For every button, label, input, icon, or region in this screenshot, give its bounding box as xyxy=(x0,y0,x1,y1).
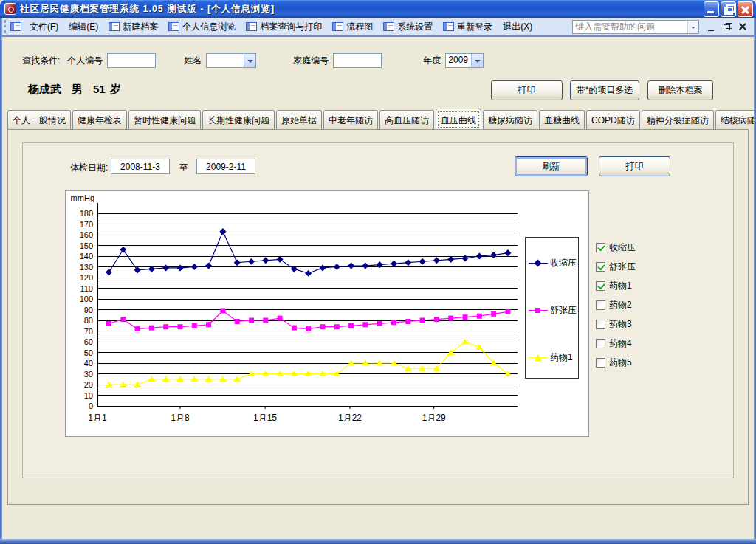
form-icon xyxy=(168,22,179,31)
checkbox-drug2-label: 药物2 xyxy=(609,299,632,311)
window-frame-left xyxy=(0,18,2,544)
restore-button[interactable] xyxy=(721,1,736,17)
svg-text:30: 30 xyxy=(84,370,93,379)
app-icon xyxy=(4,3,16,15)
mdi-minimize-button[interactable] xyxy=(707,21,718,32)
legend-label: 药物1 xyxy=(550,351,573,364)
mdi-close-button[interactable] xyxy=(738,21,749,32)
family-id-label: 家庭编号 xyxy=(293,55,329,67)
refresh-button[interactable]: 刷新 xyxy=(515,156,588,176)
patient-name: 杨成武 xyxy=(28,83,61,97)
toolbar-grip[interactable] xyxy=(4,20,7,33)
checkbox-drug1[interactable]: 药物1 xyxy=(596,276,636,295)
checkbox-systolic-box[interactable] xyxy=(596,243,605,252)
svg-text:180: 180 xyxy=(80,209,93,218)
personal-id-input[interactable] xyxy=(107,53,156,68)
svg-text:90: 90 xyxy=(84,306,93,314)
help-search-input[interactable] xyxy=(573,21,687,32)
personal-id-label: 个人编号 xyxy=(67,55,103,67)
checkbox-systolic[interactable]: 收缩压 xyxy=(596,238,636,257)
mdi-restore-button[interactable] xyxy=(722,21,733,32)
patient-gender: 男 xyxy=(72,83,83,97)
print-record-button[interactable]: 打印 xyxy=(491,80,563,100)
svg-text:160: 160 xyxy=(80,230,93,239)
tab-glucose-curve[interactable]: 血糖曲线 xyxy=(539,110,585,129)
tab-original-receipts[interactable]: 原始单据 xyxy=(276,110,322,129)
legend-entry-1: 收缩压 xyxy=(526,239,578,286)
minimize-button[interactable] xyxy=(704,1,719,17)
svg-text:100: 100 xyxy=(80,295,93,303)
checkbox-drug5-box[interactable] xyxy=(596,358,605,368)
menu-system-settings[interactable]: 系统设置 xyxy=(378,18,438,35)
checkbox-drug4[interactable]: 药物4 xyxy=(596,334,636,353)
menu-new-record-label: 新建档案 xyxy=(123,21,158,33)
year-combo-arrow-icon[interactable] xyxy=(471,54,483,67)
chart-legend: 收缩压舒张压药物1 xyxy=(525,237,579,379)
year-combobox[interactable]: 2009 xyxy=(445,53,484,68)
close-button[interactable] xyxy=(738,1,753,17)
name-combo-arrow-icon[interactable] xyxy=(244,54,255,67)
tab-copd-followup[interactable]: COPD随访 xyxy=(586,110,640,129)
app-window: 社区居民健康档案管理系统 1.05 测试版 - [个人信息浏览] 文件(F)编辑… xyxy=(0,0,756,544)
checkbox-drug3-box[interactable] xyxy=(596,320,605,329)
tab-annual-checkup[interactable]: 健康年检表 xyxy=(72,110,127,129)
checkbox-diastolic[interactable]: 舒张压 xyxy=(596,257,636,276)
menu-system-settings-label: 系统设置 xyxy=(397,21,433,33)
menu-relogin-label: 重新登录 xyxy=(457,21,492,33)
svg-text:70: 70 xyxy=(84,327,93,336)
form-icon xyxy=(332,22,343,31)
menu-file-label: 文件(F) xyxy=(30,21,58,33)
tab-bp-curve[interactable]: 血压曲线 xyxy=(436,109,481,129)
menu-exit[interactable]: 退出(X) xyxy=(498,18,537,35)
svg-text:60: 60 xyxy=(84,337,93,346)
delete-record-button[interactable]: 删除本档案 xyxy=(647,80,713,100)
form-icon xyxy=(443,22,454,31)
multiselect-starred-button[interactable]: 带*的项目多选 xyxy=(570,80,639,100)
menu-edit[interactable]: 编辑(E) xyxy=(63,18,103,35)
legend-marker xyxy=(535,308,540,313)
tab-hypertension-followup[interactable]: 高血压随访 xyxy=(379,110,434,129)
search-criteria-row: 查找条件: 个人编号 姓名 家庭编号 年度 2009 xyxy=(22,53,484,68)
triangle-marker-icon xyxy=(529,354,548,361)
diamond-marker-icon xyxy=(529,260,548,266)
window-frame-bottom xyxy=(0,539,756,544)
menu-file[interactable]: 文件(F) xyxy=(24,18,63,35)
checkbox-drug5[interactable]: 药物5 xyxy=(596,353,636,372)
checkbox-drug1-box[interactable] xyxy=(596,281,605,291)
checkbox-drug5-label: 药物5 xyxy=(609,357,632,369)
tab-chronic-health-issues[interactable]: 长期性健康问题 xyxy=(202,110,275,129)
checkbox-drug3[interactable]: 药物3 xyxy=(596,314,636,334)
checkbox-drug4-label: 药物4 xyxy=(609,337,632,350)
svg-text:110: 110 xyxy=(80,284,93,293)
title-bar: 社区居民健康档案管理系统 1.05 测试版 - [个人信息浏览] xyxy=(0,0,756,18)
date-to-input[interactable] xyxy=(196,159,255,174)
family-id-input[interactable] xyxy=(333,53,382,68)
checkbox-drug4-box[interactable] xyxy=(596,339,605,348)
legend-marker xyxy=(535,354,542,361)
menu-new-record[interactable]: 新建档案 xyxy=(103,18,163,35)
date-from-input[interactable] xyxy=(111,159,170,174)
svg-text:120: 120 xyxy=(80,273,93,282)
tab-temporary-health-issues[interactable]: 暂时性健康问题 xyxy=(128,110,201,129)
patient-summary: 杨成武 男 51 岁 xyxy=(28,83,121,97)
checkbox-drug2[interactable]: 药物2 xyxy=(596,295,636,314)
record-tab-strip: 个人一般情况健康年检表暂时性健康问题长期性健康问题原始单据中老年随访高血压随访血… xyxy=(7,110,750,130)
print-chart-button[interactable]: 打印 xyxy=(599,156,670,176)
tab-diabetes-followup[interactable]: 糖尿病随访 xyxy=(483,110,537,129)
tab-elderly-followup[interactable]: 中老年随访 xyxy=(323,110,378,129)
tab-tb-followup[interactable]: 结核病随访 xyxy=(715,110,756,129)
checkbox-diastolic-box[interactable] xyxy=(596,262,605,272)
tab-personal-general[interactable]: 个人一般情况 xyxy=(7,110,71,129)
name-combobox[interactable] xyxy=(206,53,256,68)
legend-entry-3: 药物1 xyxy=(526,334,578,381)
tab-schizophrenia-followup[interactable]: 精神分裂症随访 xyxy=(642,110,714,129)
menu-personal-info-view[interactable]: 个人信息浏览 xyxy=(163,18,241,35)
series-checkbox-list: 收缩压舒张压药物1药物2药物3药物4药物5 xyxy=(596,238,636,372)
menu-exit-label: 退出(X) xyxy=(503,21,532,33)
menu-relogin[interactable]: 重新登录 xyxy=(438,18,498,35)
criteria-label: 查找条件: xyxy=(22,55,60,67)
help-dropdown-icon[interactable] xyxy=(687,21,698,33)
menu-archive-query-print[interactable]: 档案查询与打印 xyxy=(241,18,327,35)
checkbox-drug2-box[interactable] xyxy=(596,300,605,310)
menu-flowchart[interactable]: 流程图 xyxy=(327,18,378,35)
